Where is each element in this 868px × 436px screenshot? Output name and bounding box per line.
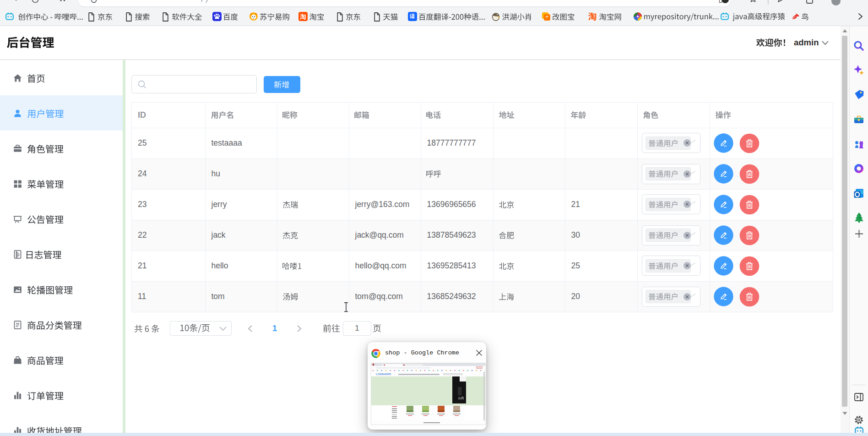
svg-text:D: D — [719, 0, 723, 4]
